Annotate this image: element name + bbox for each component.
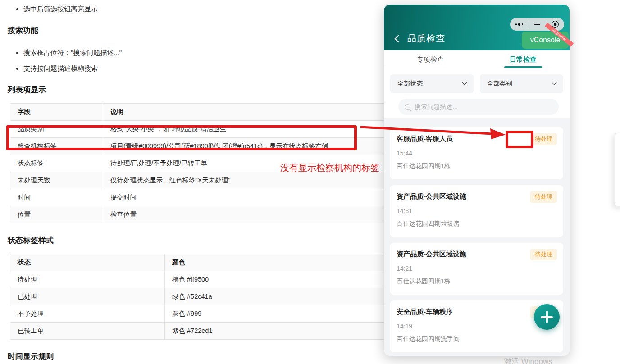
item-time: 14:21 — [397, 265, 557, 272]
item-location: 百仕达花园四期1栋 — [397, 162, 557, 170]
tab-label: 日常检查 — [510, 55, 537, 63]
category-filter-dropdown[interactable]: 全部类别 — [480, 74, 563, 93]
item-time: 15:44 — [397, 150, 557, 157]
item-location: 百仕达花园四期洗手间 — [397, 335, 557, 343]
chevron-down-icon — [552, 80, 556, 85]
status-badge: 待处理 — [530, 249, 557, 260]
offscreen-panel-edge — [615, 133, 620, 206]
status-badge: 待处理 — [530, 191, 557, 203]
table-header-cell: 字段 — [10, 104, 103, 121]
item-time: 14:31 — [397, 207, 557, 214]
chevron-left-icon — [395, 35, 402, 42]
page-title: 品质检查 — [407, 32, 445, 45]
add-inspection-button[interactable] — [534, 304, 560, 330]
filter-section: 全部状态 全部类别 — [384, 68, 570, 118]
table-cell: 待处理 — [10, 271, 165, 288]
tab-bar: 专项检查 日常检查 — [384, 50, 570, 68]
item-location: 百仕达花园四期1栋 — [397, 278, 557, 286]
search-bar[interactable] — [398, 99, 559, 115]
filter-label: 全部状态 — [397, 80, 423, 88]
search-icon — [405, 104, 410, 110]
table-cell: 已处理 — [10, 288, 165, 305]
tab-daily-inspection[interactable]: 日常检查 — [477, 50, 570, 68]
minimize-icon[interactable] — [534, 24, 540, 25]
list-page-content: 全部状态 全部类别 客服品质-客服人员 待处理 15:44 百仕达花园四期1栋 — [384, 68, 570, 356]
filter-label: 全部类别 — [487, 80, 512, 88]
navigation-bar: 品质检查 vConsole WEBVIEW — [384, 5, 570, 50]
table-cell: 已转工单 — [10, 323, 165, 340]
chevron-down-icon — [462, 80, 467, 85]
list-item[interactable]: 资产品质-公共区域设施 待处理 14:31 百仕达花园四期垃圾房 — [390, 185, 563, 237]
list-item[interactable]: 资产品质-公共区域设施 待处理 14:21 百仕达花园四期1栋 — [390, 243, 563, 295]
table-cell: 位置 — [10, 206, 103, 223]
capsule-divider — [529, 21, 529, 28]
search-input[interactable] — [415, 103, 552, 110]
item-time: 14:19 — [397, 323, 557, 330]
tab-special-inspection[interactable]: 专项检查 — [384, 50, 477, 68]
annotation-arrow — [355, 121, 511, 141]
item-location: 百仕达花园四期垃圾房 — [397, 220, 557, 228]
status-filter-dropdown[interactable]: 全部状态 — [390, 74, 474, 93]
vconsole-button[interactable]: vConsole WEBVIEW — [522, 32, 569, 49]
vconsole-label: vConsole — [530, 36, 561, 44]
status-badge: 待处理 — [530, 133, 557, 145]
active-tab-indicator — [504, 66, 542, 68]
annotation-highlight-table-row — [6, 125, 357, 150]
plus-icon — [546, 311, 548, 323]
table-cell: 状态标签 — [10, 155, 103, 172]
back-button[interactable]: 品质检查 — [396, 32, 445, 45]
more-dots-icon[interactable] — [515, 23, 524, 26]
table-cell: 不予处理 — [10, 305, 165, 323]
annotation-note-text: 没有显示检察机构的标签 — [280, 162, 379, 174]
miniprogram-preview-window: 品质检查 vConsole WEBVIEW 专项检查 日常检查 全部状态 — [384, 5, 570, 356]
table-cell: 时间 — [10, 189, 103, 206]
wechat-capsule — [510, 18, 564, 31]
table-header-cell: 状态 — [10, 254, 165, 271]
table-cell: 未处理天数 — [10, 172, 103, 189]
windows-activation-watermark: 激活 Windows — [504, 356, 552, 364]
